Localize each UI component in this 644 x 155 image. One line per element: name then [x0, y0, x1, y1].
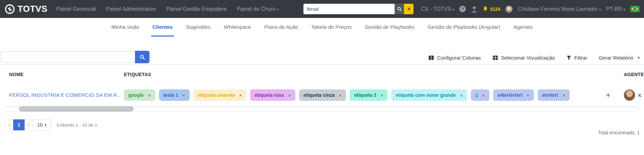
clear-icon: × — [407, 6, 410, 12]
tag-label: 1 — [475, 92, 478, 98]
tag-label: etretert — [542, 92, 558, 98]
close-icon[interactable]: × — [239, 93, 242, 98]
tab-agentes[interactable]: Agentes — [512, 18, 534, 37]
tag-label: e4tertertert — [498, 92, 522, 98]
org-selector[interactable]: CX - TOTVS▾ — [421, 6, 454, 12]
select-view-button[interactable]: Selecionar Visualização — [492, 55, 555, 61]
notifications[interactable]: 3124 — [483, 6, 500, 12]
filter-icon — [566, 55, 571, 60]
tag-etiqueta-cinza: etiqueta cinza × — [299, 89, 346, 101]
totvs-brand[interactable]: TOTVS — [5, 4, 48, 14]
close-icon[interactable]: × — [562, 93, 565, 98]
stepper-arrows-icon: ▴▾ — [45, 123, 46, 127]
chevron-down-icon: ▾ — [453, 7, 455, 12]
column-header-etiquetas[interactable]: ETIQUETAS — [124, 65, 151, 84]
tag-etretert: etretert × — [538, 89, 570, 101]
navbar-menu: Painel Gerencial Painel Administrativo P… — [56, 6, 279, 12]
close-icon[interactable]: × — [460, 93, 463, 98]
tag-label: etiqueta roxa — [254, 92, 284, 98]
client-filter — [1, 51, 150, 63]
client-filter-input[interactable] — [1, 51, 135, 63]
tag-label: etiqueta amarela — [198, 92, 235, 98]
columns-icon — [428, 55, 434, 61]
tab-minha-visao[interactable]: Minha visão — [110, 18, 140, 37]
search-icon — [139, 54, 145, 60]
brazil-flag-icon[interactable] — [630, 6, 640, 12]
locale-selector[interactable]: PT-BR▾ — [606, 6, 625, 12]
tab-gestao-de-playbooks-angular[interactable]: Gestão de Playbooks (Angular) — [427, 18, 501, 37]
nav-item-painel-gestao-empodera[interactable]: Painel Gestão Empodera — [166, 6, 227, 12]
table-top-border — [0, 64, 644, 65]
previous-page-button[interactable]: ‹ — [5, 119, 13, 130]
filter-button[interactable]: Filtrar — [566, 55, 587, 61]
client-filter-search-button[interactable] — [135, 51, 150, 63]
nav-item-painel-administrativo[interactable]: Painel Administrativo — [106, 6, 156, 12]
nav-item-painel-de-churn[interactable]: Painel de Churn▾ — [237, 6, 278, 12]
close-icon[interactable]: × — [380, 93, 383, 98]
chevron-down-icon: ▾ — [599, 7, 601, 12]
add-tag-button[interactable]: + — [606, 84, 611, 106]
close-icon[interactable]: × — [339, 93, 342, 98]
help-icon[interactable]: ? — [459, 6, 466, 12]
tag-etiqueta-com-nome-grande: etiqueta com nome grande × — [391, 89, 467, 101]
global-search-button[interactable] — [395, 4, 404, 14]
brand-name: TOTVS — [18, 4, 48, 14]
plus-icon: + — [606, 90, 611, 100]
tag-e4tertertert: e4tertertert × — [493, 89, 534, 101]
close-icon[interactable]: × — [182, 93, 185, 98]
horizontal-scrollbar-thumb[interactable] — [19, 106, 134, 112]
tab-sugestoes[interactable]: Sugestões — [185, 18, 212, 37]
tag-label: google — [128, 92, 144, 98]
page-size-select[interactable]: 10 ▴▾ — [33, 119, 51, 131]
agent-cell: K — [624, 84, 642, 106]
configure-columns-button[interactable]: Configurar Colunas — [428, 55, 481, 61]
horizontal-scrollbar[interactable] — [4, 106, 640, 112]
agent-avatar[interactable] — [624, 89, 635, 101]
client-name-link[interactable]: FERSOL INDUSTRIA E COMERCIO SA EM R... — [9, 84, 120, 106]
tag-etiqueta-roxa: etiqueta roxa × — [250, 89, 295, 101]
page-size-value: 10 — [37, 122, 43, 128]
chevron-down-icon: ▾ — [623, 7, 625, 12]
showing-range-text: Exibindo 1 - 10 de 1 — [57, 119, 97, 131]
tag-label: teste 1 — [163, 92, 178, 98]
tag-label: etiqueta cinza — [303, 92, 335, 98]
navbar-right: CX - TOTVS▾ ? 3124 Cristiane Ferreira No… — [421, 5, 640, 13]
chevron-down-icon: ▾ — [277, 7, 279, 12]
totvs-logo-icon — [5, 4, 15, 14]
generate-report-button[interactable]: Gerar Relatório ▾ — [599, 55, 640, 61]
close-icon[interactable]: × — [288, 93, 291, 98]
grid-icon — [492, 55, 498, 61]
page: TOTVS Painel Gerencial Painel Administra… — [0, 0, 644, 155]
close-icon[interactable]: × — [527, 93, 530, 98]
tab-bar: Minha visão Clientes Sugestões Whitespac… — [0, 18, 644, 37]
tab-tabela-de-precos[interactable]: Tabela de Preços — [310, 18, 353, 37]
tab-gestao-de-playbooks[interactable]: Gestão de Playbooks — [364, 18, 415, 37]
next-page-button[interactable]: › — [25, 119, 33, 130]
tag-teste-1: teste 1 × — [159, 89, 190, 101]
pagination: ‹ 1 › — [5, 119, 33, 131]
bell-icon — [483, 6, 488, 12]
chevron-down-icon: ▾ — [638, 56, 640, 60]
global-search-clear-button[interactable]: × — [404, 4, 413, 14]
notification-count-badge: 3124 — [490, 6, 500, 12]
current-page-button[interactable]: 1 — [13, 119, 25, 130]
column-header-nome[interactable]: NOME — [9, 65, 24, 84]
tag-1: 1 × — [471, 89, 489, 101]
tag-label: etiqueta com nome grande — [396, 92, 456, 98]
user-menu[interactable]: Cristiane Ferreira Nosei Lavrador▾ — [518, 6, 601, 12]
tag-list: google × teste 1 × etiqueta amarela × et… — [124, 84, 570, 106]
column-header-agente[interactable]: AGENTE — [624, 65, 644, 84]
tag-etiqueta-3: etiqueta 3 × — [350, 89, 387, 101]
global-search-input[interactable] — [303, 4, 395, 14]
nav-item-painel-gerencial[interactable]: Painel Gerencial — [56, 6, 96, 12]
tab-whitespace[interactable]: Whitespace — [223, 18, 252, 37]
tab-plano-de-acao[interactable]: Plano de Ação — [263, 18, 299, 37]
user-avatar[interactable] — [505, 5, 513, 13]
close-icon[interactable]: × — [482, 93, 485, 98]
tag-label: etiqueta 3 — [354, 92, 376, 98]
search-icon — [397, 6, 402, 12]
close-icon[interactable]: × — [148, 93, 151, 98]
tab-clientes[interactable]: Clientes — [151, 18, 173, 37]
persona-icon[interactable] — [471, 5, 478, 13]
tag-etiqueta-amarela: etiqueta amarela × — [193, 89, 246, 101]
